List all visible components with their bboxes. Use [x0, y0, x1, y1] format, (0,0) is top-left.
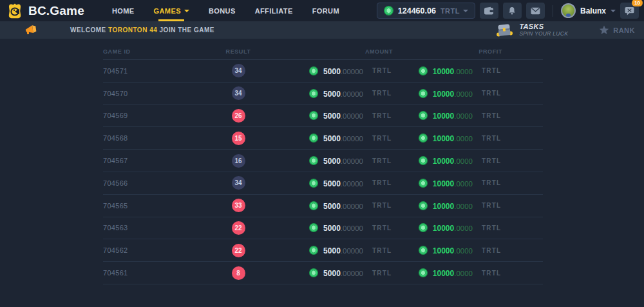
game-id: 704568 — [103, 134, 128, 142]
nav-item-games[interactable]: GAMES — [144, 0, 199, 21]
top-right-controls: 124460.06 TRTL Balunx — [377, 3, 639, 19]
amount-value: 5000.00000 — [323, 132, 363, 144]
amount-value: 5000.00000 — [323, 244, 363, 256]
profit-value: 10000.0000 — [433, 177, 473, 189]
bcgame-logo-icon — [6, 3, 23, 19]
balance-selector[interactable]: 124460.06 TRTL — [377, 3, 475, 19]
amount-currency: TRTL — [372, 224, 393, 232]
result-cell: 34 — [206, 86, 270, 100]
result-cell: 15 — [206, 132, 270, 145]
table-row[interactable]: 704565 33 5000.00000 TRTL 10000.0000 TRT… — [103, 195, 543, 217]
game-id: 704569 — [103, 112, 128, 119]
profit-currency: TRTL — [482, 270, 502, 277]
result-badge: 22 — [232, 221, 245, 235]
trtl-coin-icon — [419, 111, 428, 120]
trtl-coin-icon — [309, 246, 318, 255]
amount-currency: TRTL — [372, 179, 393, 186]
profit-value: 10000.0000 — [433, 110, 473, 121]
nav-item-forum[interactable]: FORUM — [303, 0, 349, 21]
result-badge: 34 — [232, 86, 245, 100]
nav-item-affiliate[interactable]: AFFILIATE — [245, 0, 303, 21]
chat-unread-badge: 10 — [632, 0, 643, 6]
profit-currency: TRTL — [482, 67, 502, 74]
game-id-cell: 704561 — [103, 269, 206, 277]
divider — [553, 5, 553, 17]
main-nav: HOME GAMES BONUS AFFILIATE FORUM — [102, 0, 349, 21]
amount-currency: TRTL — [372, 270, 393, 277]
amount-currency: TRTL — [372, 67, 393, 74]
tasks-button[interactable]: TASKS SPIN YOUR LUCK — [495, 23, 568, 37]
chevron-down-icon — [611, 10, 616, 12]
game-id: 704566 — [103, 179, 128, 187]
header-profit: PROFIT — [393, 48, 502, 55]
table-row[interactable]: 704569 26 5000.00000 TRTL 10000.0000 TRT… — [103, 105, 543, 128]
game-id: 704570 — [103, 90, 128, 97]
result-cell: 16 — [206, 154, 270, 168]
result-badge: 16 — [232, 154, 245, 168]
profit-value: 10000.0000 — [433, 244, 473, 256]
profit-value: 10000.0000 — [433, 88, 473, 99]
announcement-username: TORONTON 44 — [108, 26, 157, 34]
balance-currency: TRTL — [440, 7, 468, 15]
profit-value: 10000.0000 — [433, 200, 473, 212]
trtl-coin-icon — [309, 156, 318, 165]
profit-value: 10000.0000 — [433, 222, 473, 233]
game-id-cell: 704565 — [103, 202, 206, 210]
game-id-cell: 704569 — [103, 112, 206, 119]
mail-button[interactable] — [526, 3, 545, 19]
game-id: 704562 — [103, 246, 128, 254]
trtl-coin-icon — [419, 268, 428, 277]
trtl-coin-icon — [419, 134, 428, 143]
table-row[interactable]: 704566 34 5000.00000 TRTL 10000.0000 TRT… — [103, 172, 543, 195]
result-badge: 8 — [232, 266, 245, 280]
amount-cell: 5000.00000 TRTL — [270, 110, 393, 121]
nav-item-bonus[interactable]: BONUS — [199, 0, 245, 21]
trtl-coin-icon — [384, 6, 393, 15]
header-result: RESULT — [206, 48, 270, 55]
trtl-coin-icon — [419, 66, 428, 75]
trtl-coin-icon — [309, 201, 318, 210]
amount-currency: TRTL — [372, 135, 393, 142]
amount-currency: TRTL — [372, 202, 393, 209]
result-badge: 26 — [232, 109, 245, 123]
table-row[interactable]: 704571 34 5000.00000 TRTL 10000.0000 TRT… — [103, 60, 543, 83]
game-id-cell: 704567 — [103, 157, 206, 164]
wallet-button[interactable] — [480, 3, 498, 19]
result-cell: 26 — [206, 109, 270, 123]
profit-cell: 10000.0000 TRTL — [393, 222, 502, 233]
wallet-icon — [484, 6, 494, 15]
brand[interactable]: BC.Game — [6, 3, 84, 19]
notifications-button[interactable] — [503, 3, 522, 19]
game-id: 704561 — [103, 269, 128, 277]
table-row[interactable]: 704570 34 5000.00000 TRTL 10000.0000 TRT… — [103, 83, 543, 105]
profit-currency: TRTL — [482, 224, 502, 232]
bet-history-table: GAME ID RESULT AMOUNT PROFIT 704571 34 5… — [103, 43, 543, 284]
amount-currency: TRTL — [372, 157, 393, 164]
game-id-cell: 704566 — [103, 179, 206, 187]
user-menu[interactable]: Balunx — [561, 3, 616, 18]
profit-currency: TRTL — [482, 202, 502, 209]
result-cell: 22 — [206, 221, 270, 235]
game-id-cell: 704568 — [103, 134, 206, 142]
result-cell: 33 — [206, 199, 270, 212]
amount-cell: 5000.00000 TRTL — [270, 200, 393, 212]
trtl-coin-icon — [309, 179, 318, 188]
table-row[interactable]: 704562 22 5000.00000 TRTL 10000.0000 TRT… — [103, 239, 543, 262]
table-row[interactable]: 704563 22 5000.00000 TRTL 10000.0000 TRT… — [103, 217, 543, 240]
trtl-coin-icon — [309, 268, 318, 277]
trtl-coin-icon — [419, 223, 428, 232]
table-row[interactable]: 704567 16 5000.00000 TRTL 10000.0000 TRT… — [103, 150, 543, 172]
trtl-coin-icon — [309, 134, 318, 143]
table-row[interactable]: 704561 8 5000.00000 TRTL 10000.0000 TRTL — [103, 262, 543, 284]
amount-cell: 5000.00000 TRTL — [270, 132, 393, 144]
game-id-cell: 704570 — [103, 90, 206, 97]
star-icon — [599, 25, 609, 35]
chat-icon — [625, 6, 634, 15]
chat-button[interactable]: 10 — [620, 3, 639, 19]
table-row[interactable]: 704568 15 5000.00000 TRTL 10000.0000 TRT… — [103, 127, 543, 150]
profit-cell: 10000.0000 TRTL — [393, 267, 502, 279]
game-id-cell: 704563 — [103, 224, 206, 232]
nav-item-home[interactable]: HOME — [102, 0, 144, 21]
rank-button[interactable]: RANK — [599, 25, 635, 35]
amount-cell: 5000.00000 TRTL — [270, 88, 393, 99]
